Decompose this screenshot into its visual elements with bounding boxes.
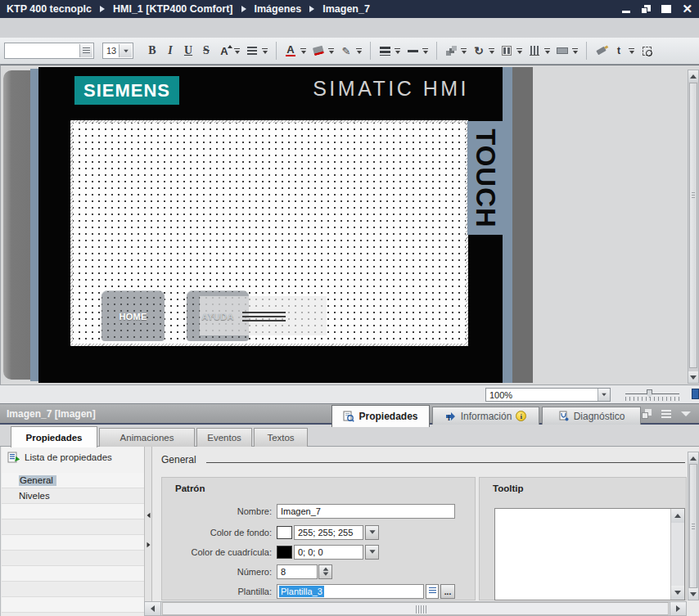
scroll-down-icon[interactable] [688, 588, 698, 600]
rotate-dropdown[interactable] [488, 46, 495, 56]
font-color-dropdown[interactable] [300, 46, 307, 56]
rotate-button[interactable]: ↻ [471, 41, 487, 61]
screen-border: HOME AYUDA [70, 120, 468, 346]
scroll-down-icon[interactable] [688, 371, 698, 383]
cuadricula-color-swatch[interactable] [277, 546, 292, 559]
scroll-up-icon[interactable] [671, 509, 684, 523]
underline-button[interactable]: U [180, 41, 196, 61]
nombre-input[interactable]: Imagen_7 [277, 504, 455, 519]
home-button[interactable]: HOME [101, 290, 165, 341]
inspector-horizontal-scrollbar[interactable] [144, 601, 687, 616]
same-size-dropdown[interactable] [571, 46, 579, 56]
font-size-dropdown-icon[interactable] [119, 44, 132, 57]
float-pane-icon[interactable] [642, 409, 652, 419]
subtab-textos[interactable]: Textos [254, 428, 308, 447]
fondo-color-swatch[interactable] [277, 526, 292, 539]
breadcrumb-imagenes[interactable]: Imágenes [255, 3, 302, 15]
zoom-area-button[interactable] [638, 41, 655, 61]
border-style-dropdown[interactable] [355, 46, 363, 56]
align-button[interactable] [244, 41, 260, 61]
font-name-combo[interactable] [4, 43, 94, 59]
zoom-slider[interactable] [625, 389, 679, 401]
subtab-eventos[interactable]: Eventos [196, 428, 252, 447]
hscroll-thumb[interactable] [162, 602, 669, 615]
distribute-button[interactable] [526, 41, 543, 61]
tooltip-scrollbar[interactable] [670, 509, 684, 600]
border-style-button[interactable]: ✎ [338, 41, 354, 61]
simatic-hmi-label: SIMATIC HMI [313, 77, 469, 101]
property-item-general[interactable]: General [2, 473, 144, 488]
property-item-niveles[interactable]: Niveles [2, 488, 144, 504]
maximize-icon[interactable] [661, 5, 671, 13]
collapse-pane-icon[interactable] [681, 411, 691, 416]
inspector-vertical-scrollbar[interactable] [688, 452, 699, 600]
plantilla-input[interactable]: Plantilla_3 [277, 584, 424, 599]
layer-dropdown[interactable] [628, 46, 635, 56]
tab-propiedades[interactable]: Propiedades [331, 405, 430, 427]
fill-color-button[interactable] [310, 41, 327, 61]
same-size-button[interactable] [554, 41, 570, 61]
arrange-button[interactable] [443, 41, 459, 61]
font-size-dropdown[interactable] [233, 46, 241, 56]
fill-color-dropdown[interactable] [327, 46, 335, 56]
plantilla-browse-button[interactable]: ... [440, 584, 455, 599]
font-size-combo[interactable]: 13 [102, 43, 133, 59]
scroll-up-icon[interactable] [688, 70, 698, 82]
strikethrough-button[interactable]: S [198, 41, 214, 61]
align-objects-dropdown[interactable] [516, 46, 523, 56]
cuadricula-color-dropdown-icon[interactable] [365, 545, 379, 560]
inspector-scrollbar-thumb[interactable] [689, 464, 697, 588]
line-weight-button[interactable] [377, 41, 393, 61]
line-style-dropdown[interactable] [422, 46, 429, 56]
fondo-color-dropdown-icon[interactable] [365, 525, 379, 540]
numero-input[interactable]: 8 [277, 564, 318, 579]
scroll-right-icon[interactable] [670, 602, 686, 615]
align-objects-button[interactable] [498, 41, 515, 61]
subtab-propiedades[interactable]: Propiedades [11, 426, 97, 447]
plantilla-list-button[interactable] [426, 584, 439, 599]
cuadricula-color-value[interactable]: 0; 0; 0 [294, 545, 363, 560]
align-dropdown[interactable] [261, 46, 268, 56]
zoom-dropdown-icon[interactable] [598, 389, 610, 401]
breadcrumb-project[interactable]: KTP 400 tecnoplc [7, 3, 92, 15]
lines-object[interactable] [242, 312, 286, 321]
breadcrumb-imagen7[interactable]: Imagen_7 [322, 3, 370, 15]
scroll-left-icon[interactable] [145, 602, 161, 615]
zoom-level-combo[interactable]: 100% [485, 388, 611, 402]
bold-button[interactable]: B [144, 41, 160, 61]
scroll-down-icon[interactable] [671, 586, 684, 600]
font-size-up-button[interactable]: A [216, 41, 232, 61]
fit-to-screen-icon[interactable] [692, 389, 699, 399]
line-style-button[interactable] [404, 41, 421, 61]
line-weight-dropdown[interactable] [394, 46, 401, 56]
fondo-color-value[interactable]: 255; 255; 255 [294, 525, 363, 540]
hmi-screen-workarea[interactable]: HOME AYUDA [73, 123, 466, 344]
italic-button[interactable]: I [162, 41, 178, 61]
layer-button[interactable]: t [611, 41, 627, 61]
tooltip-textarea[interactable] [494, 508, 685, 600]
font-name-dropdown-icon[interactable] [79, 44, 92, 57]
patron-group-title: Patrón [175, 483, 205, 493]
canvas-vertical-scrollbar[interactable] [688, 70, 699, 384]
close-icon[interactable]: ✕ [682, 5, 692, 13]
numero-spinner[interactable] [318, 564, 332, 579]
minimize-icon[interactable] [622, 11, 630, 13]
canvas-scrollbar-thumb[interactable] [689, 83, 697, 368]
property-list-icon [7, 452, 20, 463]
diagnostics-tab-icon [558, 411, 570, 422]
breadcrumb-hmi[interactable]: HMI_1 [KTP400 Comfort] [113, 3, 233, 15]
fondo-label: Color de fondo: [165, 528, 277, 537]
format-painter-button[interactable] [593, 41, 609, 61]
breadcrumb-separator-icon [241, 6, 246, 12]
font-color-button[interactable]: A [282, 41, 299, 61]
screen-editor-canvas[interactable]: SIEMENS SIMATIC HMI HOME AYUDA TOUCH [0, 65, 699, 384]
arrange-dropdown[interactable] [460, 46, 467, 56]
restore-icon[interactable] [641, 5, 651, 14]
distribute-dropdown[interactable] [543, 46, 551, 56]
panel-splitter[interactable] [144, 447, 152, 616]
tab-diagnostico[interactable]: Diagnóstico [542, 407, 641, 425]
pane-menu-icon[interactable] [661, 410, 671, 419]
subtab-animaciones[interactable]: Animaciones [99, 428, 195, 447]
tab-informacion[interactable]: i Información i [432, 407, 539, 425]
scroll-up-icon[interactable] [688, 452, 698, 464]
